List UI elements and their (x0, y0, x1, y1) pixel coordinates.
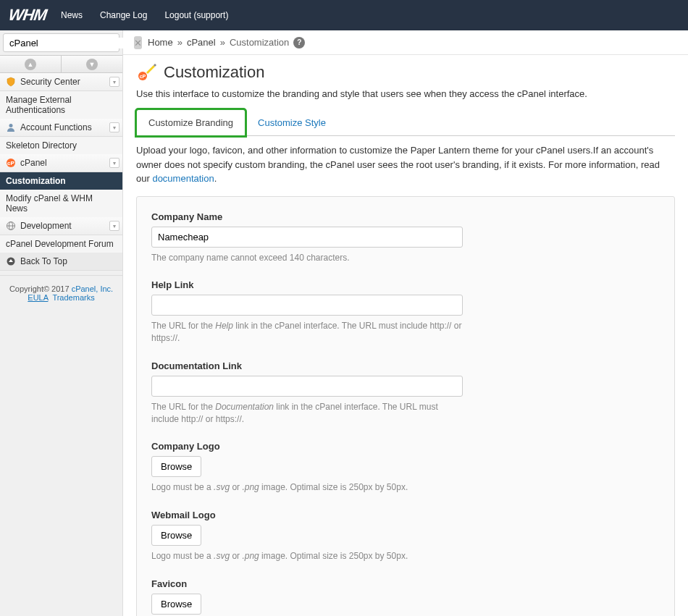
tab-desc-text: . (214, 173, 217, 184)
arrow-up-icon (6, 256, 16, 266)
chevron-down-icon: ▾ (109, 221, 119, 231)
expand-all-button[interactable]: ▼ (62, 56, 122, 72)
field-company-logo: Company Logo Browse Logo must be a .svg … (151, 441, 660, 494)
chevron-down-icon: ▾ (109, 122, 119, 132)
browse-webmail-logo[interactable]: Browse (151, 525, 201, 546)
whm-logo: WHM (7, 6, 48, 25)
field-company-name: Company Name The company name cannot exc… (151, 211, 660, 264)
sidebar-label: Development (20, 221, 72, 231)
breadcrumb-home[interactable]: Home (148, 37, 173, 48)
help-help-link: The URL for the Help link in the cPanel … (151, 320, 463, 345)
help-company-logo: Logo must be a .svg or .png image. Optim… (151, 481, 463, 494)
sidebar-footer: Copyright© 2017 cPanel, Inc. EULA Tradem… (0, 275, 122, 311)
footer-eula-link[interactable]: EULA (28, 293, 48, 302)
sidebar-group-security[interactable]: Security Center ▾ (0, 73, 122, 91)
footer-cpanel-link[interactable]: cPanel, Inc. (72, 284, 113, 293)
label-help-link: Help Link (151, 279, 660, 290)
help-webmail-logo: Logo must be a .svg or .png image. Optim… (151, 550, 463, 562)
page-title-row: cP Customization (136, 62, 675, 83)
shield-icon (6, 77, 16, 87)
customization-icon: cP (136, 62, 156, 83)
svg-text:cP: cP (140, 74, 146, 79)
copyright-text: Copyright© 2017 (9, 284, 72, 293)
breadcrumb-cpanel[interactable]: cPanel (187, 37, 216, 48)
search-input[interactable] (7, 38, 134, 48)
sidebar-back-to-top[interactable]: Back To Top (0, 253, 122, 271)
search-box: ✕ (3, 33, 119, 52)
input-help-link[interactable] (151, 295, 463, 316)
collapse-row: ▲ ▼ (0, 55, 122, 73)
top-nav: News Change Log Logout (support) (61, 10, 228, 20)
svg-point-0 (9, 124, 13, 127)
help-doc-link: The URL for the Documentation link in th… (151, 401, 463, 426)
sidebar-label: Security Center (20, 77, 80, 87)
breadcrumb-current: Customization (230, 37, 289, 48)
documentation-link[interactable]: documentation (152, 173, 214, 184)
breadcrumb: Home » cPanel » Customization ? (123, 30, 688, 55)
sidebar-item-dev-forum[interactable]: cPanel Development Forum (0, 235, 122, 253)
breadcrumb-sep: » (177, 37, 183, 48)
sidebar-label: cPanel (20, 158, 47, 168)
nav-news[interactable]: News (61, 10, 83, 20)
tab-customize-style[interactable]: Customize Style (246, 109, 338, 135)
sidebar-item-modify-news[interactable]: Modify cPanel & WHM News (0, 190, 122, 217)
help-icon[interactable]: ? (293, 37, 305, 48)
main: Home » cPanel » Customization ? cP Custo… (123, 30, 688, 616)
chevron-up-icon: ▲ (25, 59, 36, 70)
sidebar-group-account[interactable]: Account Functions ▾ (0, 119, 122, 137)
svg-text:cP: cP (7, 160, 14, 166)
help-company-name: The company name cannot exceed 140 chara… (151, 252, 463, 264)
field-favicon: Favicon Browse Favicon must be a .ico im… (151, 578, 660, 616)
footer-trademarks-link[interactable]: Trademarks (52, 293, 94, 302)
collapse-all-button[interactable]: ▲ (0, 56, 62, 72)
field-help-link: Help Link The URL for the Help link in t… (151, 279, 660, 345)
label-company-name: Company Name (151, 211, 660, 222)
label-doc-link: Documentation Link (151, 360, 660, 371)
sidebar-item-manage-auth[interactable]: Manage External Authentications (0, 91, 122, 119)
chevron-down-icon: ▾ (109, 158, 119, 168)
breadcrumb-sep: » (220, 37, 225, 48)
browse-favicon[interactable]: Browse (151, 594, 201, 615)
search-clear-icon[interactable]: ✕ (134, 36, 142, 49)
sidebar-group-cpanel[interactable]: cP cPanel ▾ (0, 154, 122, 172)
input-company-name[interactable] (151, 227, 463, 248)
sidebar: ✕ ▲ ▼ Security Center ▾ Manage External … (0, 30, 123, 616)
globe-icon (6, 221, 16, 231)
tab-customize-branding[interactable]: Customize Branding (136, 109, 246, 136)
nav-logout[interactable]: Logout (support) (164, 10, 228, 20)
person-icon (6, 122, 16, 132)
sidebar-group-development[interactable]: Development ▾ (0, 217, 122, 235)
label-webmail-logo: Webmail Logo (151, 510, 660, 520)
label-company-logo: Company Logo (151, 441, 660, 452)
nav-changelog[interactable]: Change Log (100, 10, 147, 20)
cpanel-icon: cP (6, 158, 16, 168)
topbar: WHM News Change Log Logout (support) (0, 0, 688, 30)
tab-description: Upload your logo, favicon, and other inf… (136, 143, 675, 186)
chevron-down-icon: ▾ (109, 77, 119, 87)
chevron-down-icon: ▼ (86, 59, 98, 70)
label-favicon: Favicon (151, 578, 660, 589)
sidebar-label: Account Functions (20, 122, 92, 132)
field-webmail-logo: Webmail Logo Browse Logo must be a .svg … (151, 510, 660, 562)
browse-company-logo[interactable]: Browse (151, 456, 201, 477)
field-doc-link: Documentation Link The URL for the Docum… (151, 360, 660, 426)
input-doc-link[interactable] (151, 376, 463, 397)
tabs: Customize Branding Customize Style (136, 109, 675, 136)
page-title: Customization (164, 63, 264, 82)
sidebar-item-skeleton[interactable]: Skeleton Directory (0, 137, 122, 154)
sidebar-label: Back To Top (20, 256, 67, 266)
page-description: Use this interface to customize the bran… (136, 88, 675, 99)
sidebar-item-customization[interactable]: Customization (0, 172, 122, 190)
form-panel: Company Name The company name cannot exc… (136, 196, 675, 617)
